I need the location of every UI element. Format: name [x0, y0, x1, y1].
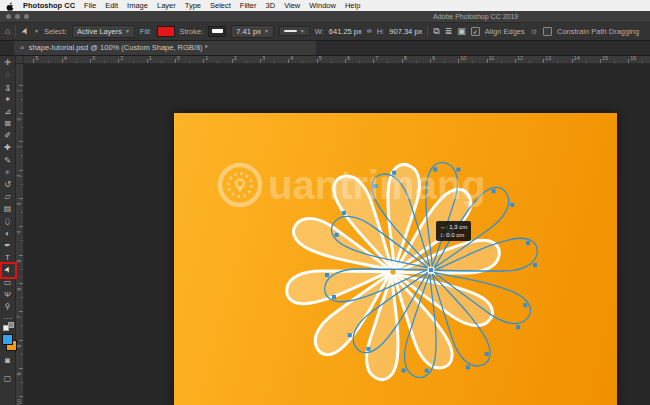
path-operations-icon[interactable]: ⧉ — [433, 26, 439, 36]
menu-layer[interactable]: Layer — [157, 0, 176, 11]
menu-select[interactable]: Select — [210, 0, 231, 11]
dodge-tool[interactable]: ◐ — [0, 228, 15, 239]
menu-window[interactable]: Window — [309, 0, 336, 11]
menu-photoshop-cc[interactable]: Photoshop CC — [23, 0, 75, 11]
white-flower-shape — [287, 161, 500, 383]
fill-color-swatch[interactable] — [157, 26, 175, 37]
menu-view[interactable]: View — [284, 0, 300, 11]
document-tab-bar: × shape-tutorial.psd @ 100% (Custom Shap… — [0, 40, 650, 56]
anchor-point[interactable] — [348, 333, 352, 337]
anchor-point[interactable] — [433, 167, 437, 171]
crop-tool[interactable]: ⊿ — [0, 106, 15, 117]
ruler-label: 1 — [16, 143, 22, 151]
fill-label: Fill: — [140, 27, 152, 36]
eyedropper-tool[interactable]: ✐ — [0, 130, 15, 141]
link-dimensions-icon[interactable]: ∞ — [367, 26, 372, 36]
document-canvas[interactable]: uantrimang ↔: 1.3 cm ↕: 0.0 cm — [174, 113, 617, 405]
magic-wand-tool[interactable]: ✶ — [0, 94, 15, 105]
menu-filter[interactable]: Filter — [240, 0, 257, 11]
foreground-color-swatch[interactable] — [2, 334, 13, 345]
blur-tool[interactable]: ⬯ — [0, 216, 15, 227]
gear-icon[interactable]: ☼ — [530, 26, 538, 36]
pen-tool[interactable]: ✒ — [0, 240, 15, 251]
anchor-point[interactable] — [456, 168, 460, 172]
anchor-point[interactable] — [485, 352, 489, 356]
ruler-label: 3 — [16, 200, 22, 208]
history-brush-tool[interactable]: ↺ — [0, 179, 15, 190]
height-label: H: — [377, 27, 385, 36]
menu-file[interactable]: File — [84, 0, 96, 11]
divider — [15, 25, 16, 37]
hand-tool[interactable]: Ψ — [0, 289, 15, 300]
marquee-tool[interactable]: ◌ — [0, 69, 15, 80]
swap-colors-icon[interactable] — [8, 322, 14, 328]
anchor-point[interactable] — [492, 189, 496, 193]
anchor-point[interactable] — [533, 263, 537, 267]
document-tab[interactable]: × shape-tutorial.psd @ 100% (Custom Shap… — [14, 40, 316, 55]
horizontal-ruler[interactable]: 54321012345678910111213141516 — [23, 55, 650, 64]
anchor-point[interactable] — [466, 365, 470, 369]
anchor-point[interactable] — [332, 295, 336, 299]
lasso-tool[interactable]: ʓ — [0, 81, 15, 92]
tool-preset-chevron-icon[interactable]: ▼ — [34, 28, 39, 34]
stroke-width-dropdown[interactable]: 7.41 px ▼ — [231, 25, 274, 38]
ruler-label: 0 — [16, 115, 22, 123]
healing-brush-tool[interactable]: ✚ — [0, 142, 15, 153]
gradient-tool[interactable]: ▤ — [0, 203, 15, 214]
screen-mode-icon[interactable]: ▢ — [0, 373, 15, 384]
quick-mask-icon[interactable]: ◙ — [0, 355, 15, 366]
path-alignment-icon[interactable]: ≣ — [445, 26, 453, 36]
close-window-icon[interactable] — [6, 14, 11, 19]
flower-shape-graphic[interactable] — [174, 113, 617, 405]
menu-edit[interactable]: Edit — [105, 0, 118, 11]
constrain-path-dragging-label: Constrain Path Dragging — [557, 27, 639, 36]
select-mode-dropdown[interactable]: Active Layers ▼ — [72, 25, 135, 38]
width-label: W: — [315, 27, 324, 36]
menu-type[interactable]: Type — [185, 0, 201, 11]
stroke-color-swatch[interactable] — [208, 26, 226, 37]
anchor-point[interactable] — [526, 241, 530, 245]
height-value[interactable]: 907.34 px — [389, 27, 422, 36]
menu-help[interactable]: Help — [345, 0, 360, 11]
ruler-label: 2 — [16, 172, 22, 180]
active-tool-icon[interactable]: ➤ — [21, 26, 29, 36]
align-edges-checkbox[interactable]: ✓ — [471, 27, 480, 36]
anchor-point[interactable] — [402, 368, 406, 372]
zoom-window-icon[interactable] — [24, 14, 29, 19]
anchor-point[interactable] — [510, 203, 514, 207]
photoshop-window: Photoshop CCFileEditImageLayerTypeSelect… — [0, 0, 650, 405]
options-bar: ⌂ ➤ ▼ Select: Active Layers ▼ Fill: Stro… — [0, 22, 650, 41]
anchor-point[interactable] — [425, 369, 429, 373]
zoom-tool[interactable]: ⚲ — [0, 301, 15, 312]
anchor-point[interactable] — [392, 171, 396, 175]
tooltip-horizontal-distance: ↔: 1.3 cm — [440, 223, 467, 231]
close-tab-icon[interactable]: × — [20, 43, 25, 52]
stroke-style-preview — [284, 30, 297, 32]
anchor-point[interactable] — [342, 211, 346, 215]
stroke-style-dropdown[interactable]: ▼ — [279, 26, 310, 36]
home-icon[interactable]: ⌂ — [5, 26, 10, 36]
move-tool[interactable]: ✛ — [0, 57, 15, 68]
select-mode-value: Active Layers — [77, 27, 122, 36]
menu-image[interactable]: Image — [127, 0, 148, 11]
frame-tool[interactable]: ⊠ — [0, 118, 15, 129]
apple-icon[interactable] — [6, 2, 14, 10]
anchor-point[interactable] — [335, 233, 339, 237]
vertical-ruler[interactable]: 1012345678910 — [15, 63, 24, 405]
width-value[interactable]: 641.25 px — [329, 27, 362, 36]
eraser-tool[interactable]: ▱ — [0, 191, 15, 202]
clone-stamp-tool[interactable]: ⍟ — [0, 167, 15, 178]
anchor-point[interactable] — [523, 303, 527, 307]
path-arrange-icon[interactable]: ▣ — [457, 26, 466, 36]
anchor-point[interactable] — [366, 347, 370, 351]
brush-tool[interactable]: ✎ — [0, 155, 15, 166]
menu-3d[interactable]: 3D — [266, 0, 276, 11]
constrain-path-dragging-checkbox[interactable] — [543, 27, 552, 36]
ruler-label: 6 — [16, 285, 22, 293]
anchor-point[interactable] — [516, 325, 520, 329]
selected-center-anchor-point[interactable] — [429, 268, 434, 273]
minimize-window-icon[interactable] — [15, 14, 20, 19]
anchor-point[interactable] — [373, 184, 377, 188]
ruler-corner[interactable] — [15, 55, 24, 64]
anchor-point[interactable] — [325, 273, 329, 277]
